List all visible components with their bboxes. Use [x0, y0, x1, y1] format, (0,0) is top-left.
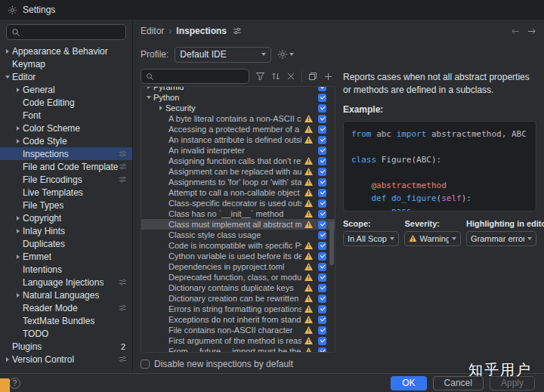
sidebar-item-emmet[interactable]: Emmet: [0, 250, 132, 263]
inspection-options-icon[interactable]: [233, 26, 242, 35]
sidebar-item-font[interactable]: Font: [0, 109, 132, 122]
inspection-checkbox[interactable]: [318, 104, 326, 113]
inspection-checkbox[interactable]: [318, 252, 326, 261]
inspection-checkbox[interactable]: [318, 305, 326, 313]
sidebar-item-intentions[interactable]: Intentions: [0, 263, 132, 276]
sidebar-item-file-and-code-templates[interactable]: File and Code Templates: [0, 160, 132, 173]
sidebar-item-todo[interactable]: TODO: [0, 327, 132, 340]
inspection-row-cython-variable-is-used-before-its-declara[interactable]: Cython variable is used before its decla…: [141, 251, 335, 261]
copy-profile-icon[interactable]: [306, 69, 320, 83]
inspection-row-file-contains-non-ascii-character[interactable]: File contains non-ASCII character: [141, 325, 335, 335]
inspection-checkbox[interactable]: [318, 168, 326, 176]
inspection-row-an-instance-attribute-is-defined-outside[interactable]: An instance attribute is defined outside…: [141, 134, 335, 145]
inspection-checkbox[interactable]: [318, 347, 326, 353]
inspection-row-assignment-can-be-replaced-with-augmer[interactable]: Assignment can be replaced with augmer: [141, 166, 335, 177]
inspection-checkbox[interactable]: [318, 231, 326, 239]
inspection-row-class-specific-decorator-is-used-outside-t[interactable]: Class-specific decorator is used outside…: [141, 198, 335, 208]
inspection-checkbox[interactable]: [318, 263, 326, 271]
sidebar-item-file-types[interactable]: File Types: [0, 199, 132, 211]
inspection-row-class-must-implement-all-abstract-metho[interactable]: Class must implement all abstract metho: [141, 219, 335, 230]
inspection-checkbox[interactable]: [318, 242, 326, 250]
inspection-row-dictionary-contains-duplicate-keys[interactable]: Dictionary contains duplicate keys: [141, 282, 335, 293]
inspection-row-assigning-function-calls-that-don-t-return-a[interactable]: Assigning function calls that don't retu…: [141, 156, 335, 166]
inspection-checkbox[interactable]: [318, 210, 326, 218]
inspection-row-attempt-to-call-a-non-callable-object[interactable]: Attempt to call a non-callable object: [141, 187, 335, 198]
inspections-search-input[interactable]: [158, 70, 244, 82]
inspection-checkbox[interactable]: [318, 125, 326, 134]
sidebar-item-version-control[interactable]: Version Control: [0, 353, 132, 366]
inspection-row-from-future-import-must-be-the-first-s[interactable]: From __future__ import must be the first…: [141, 346, 335, 352]
sidebar-item-inlay-hints[interactable]: Inlay Hints: [0, 224, 132, 237]
sidebar-item-plugins[interactable]: Plugins2: [0, 340, 132, 353]
sidebar-item-textmate-bundles[interactable]: TextMate Bundles: [0, 314, 132, 327]
inspection-row-dependencies-in-pyproject-toml[interactable]: Dependencies in pyproject.toml: [141, 261, 335, 272]
inspection-checkbox[interactable]: [318, 273, 326, 282]
scope-dropdown[interactable]: In All Scopes: [343, 231, 399, 246]
inspection-row-exceptions-do-not-inherit-from-standard-e[interactable]: Exceptions do not inherit from standard …: [141, 314, 335, 325]
sidebar-item-code-editing[interactable]: Code Editing: [0, 96, 132, 109]
inspection-row-errors-in-string-formatting-operations[interactable]: Errors in string formatting operations: [141, 304, 335, 314]
forward-arrow-icon[interactable]: [527, 27, 536, 35]
sidebar-item-reader-mode[interactable]: Reader Mode: [0, 301, 132, 314]
disable-new-inspections-checkbox[interactable]: [141, 360, 150, 369]
inspection-row-a-byte-literal-contains-a-non-ascii-charac[interactable]: A byte literal contains a non-ASCII char…: [141, 113, 335, 124]
sidebar-search-input[interactable]: [24, 26, 121, 39]
inspection-row-class-has-no-init-method[interactable]: Class has no `__init__` method: [141, 208, 335, 219]
sidebar-item-keymap[interactable]: Keymap: [0, 57, 132, 70]
sidebar-item-duplicates[interactable]: Duplicates: [0, 237, 132, 250]
inspection-checkbox[interactable]: [318, 136, 326, 144]
inspection-group-security[interactable]: Security: [141, 103, 335, 113]
inspection-checkbox[interactable]: [318, 147, 326, 155]
inspections-search-box[interactable]: [141, 69, 249, 84]
ok-button[interactable]: OK: [391, 376, 426, 390]
inspection-group-python[interactable]: Python: [141, 92, 335, 103]
sidebar-item-code-style[interactable]: Code Style: [0, 134, 132, 147]
inspection-row-classic-style-class-usage[interactable]: Classic style class usage: [141, 230, 335, 240]
inspection-row-accessing-a-protected-member-of-a-class[interactable]: Accessing a protected member of a class: [141, 124, 335, 134]
sidebar-item-language-injections[interactable]: Language Injections: [0, 276, 132, 289]
inspection-row-dictionary-creation-can-be-rewritten-by-di[interactable]: Dictionary creation can be rewritten by …: [141, 293, 335, 304]
sidebar-item-copyright[interactable]: Copyright: [0, 211, 132, 224]
add-icon[interactable]: [322, 69, 335, 83]
help-icon[interactable]: ?: [9, 378, 20, 389]
close-icon[interactable]: [284, 69, 298, 83]
sidebar-item-file-encodings[interactable]: File Encodings: [0, 173, 132, 186]
sidebar-item-live-templates[interactable]: Live Templates: [0, 186, 132, 199]
inspection-checkbox[interactable]: [318, 284, 326, 292]
sort-arrows-icon[interactable]: [268, 69, 282, 83]
sidebar-item-editor[interactable]: Editor: [0, 70, 132, 83]
filter-icon[interactable]: [253, 69, 267, 83]
breadcrumb-editor[interactable]: Editor: [141, 26, 164, 36]
inspection-row-first-argument-of-the-method-is-reassign[interactable]: First argument of the method is reassign: [141, 335, 335, 346]
inspection-checkbox[interactable]: [318, 221, 326, 229]
sidebar-item-appearance-behavior[interactable]: Appearance & Behavior: [0, 45, 132, 57]
inspection-row-deprecated-function-class-or-module[interactable]: Deprecated function, class, or module: [141, 272, 335, 282]
back-arrow-icon[interactable]: [511, 27, 521, 35]
sidebar-search-box[interactable]: [6, 24, 126, 40]
highlighting-dropdown[interactable]: Grammar error: [466, 231, 536, 246]
inspection-checkbox[interactable]: [318, 316, 326, 324]
inspection-row-assignments-to-for-loop-or-with-stateme[interactable]: Assignments to 'for' loop or 'with' stat…: [141, 177, 335, 187]
inspection-checkbox[interactable]: [318, 326, 326, 335]
inspection-checkbox[interactable]: [318, 178, 326, 187]
severity-dropdown[interactable]: Warning: [404, 231, 460, 246]
inspection-checkbox[interactable]: [318, 157, 326, 165]
sidebar-item-natural-languages[interactable]: Natural Languages: [0, 289, 132, 301]
inspection-checkbox[interactable]: [318, 199, 326, 208]
inspection-row-an-invalid-interpreter[interactable]: An invalid interpreter: [141, 145, 335, 156]
inspection-group-pyramid[interactable]: Pyramid: [141, 87, 335, 92]
sidebar-item-general[interactable]: General: [0, 83, 132, 96]
scrollbar[interactable]: [329, 87, 334, 352]
profile-gear-button[interactable]: [277, 49, 294, 60]
sidebar-item-color-scheme[interactable]: Color Scheme: [0, 122, 132, 134]
inspection-checkbox[interactable]: [318, 115, 326, 123]
inspection-checkbox[interactable]: [318, 94, 326, 102]
profile-dropdown[interactable]: Default IDE: [175, 47, 271, 63]
inspection-checkbox[interactable]: [318, 87, 326, 91]
inspection-checkbox[interactable]: [318, 295, 326, 303]
inspection-checkbox[interactable]: [318, 189, 326, 197]
inspection-row-code-is-incompatible-with-specific-python[interactable]: Code is incompatible with specific Pytho…: [141, 240, 335, 251]
scrollbar-thumb[interactable]: [329, 221, 334, 265]
sidebar-item-inspections[interactable]: Inspections: [0, 147, 132, 160]
inspection-checkbox[interactable]: [318, 337, 326, 345]
